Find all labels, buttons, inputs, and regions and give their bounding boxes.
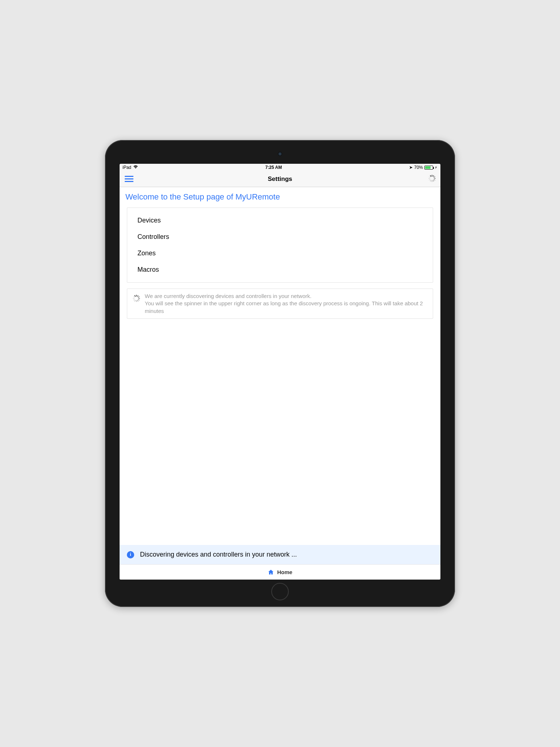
nav-bar: Settings — [120, 171, 440, 187]
device-camera — [278, 152, 282, 156]
status-time: 7:25 AM — [265, 165, 282, 170]
carrier-label: iPad — [122, 165, 131, 170]
status-right: ➤ 70% ⚡︎ — [409, 165, 438, 170]
discovery-info-text: We are currently discovering devices and… — [145, 293, 428, 315]
menu-item-devices[interactable]: Devices — [127, 212, 433, 229]
discovery-info-line1: We are currently discovering devices and… — [145, 293, 311, 299]
menu-item-macros[interactable]: Macros — [127, 262, 433, 278]
menu-item-controllers[interactable]: Controllers — [127, 229, 433, 245]
loading-spinner-icon — [428, 175, 435, 183]
info-icon: i — [127, 551, 134, 558]
device-home-button[interactable] — [271, 583, 289, 600]
battery-percent: 70% — [414, 165, 423, 170]
tab-home[interactable]: Home — [277, 569, 292, 575]
welcome-title: Welcome to the Setup page of MyURemote — [120, 187, 440, 205]
home-icon[interactable] — [268, 569, 274, 576]
wifi-icon — [133, 165, 138, 170]
discovery-info-line2: You will see the spinner in the upper ri… — [145, 300, 423, 314]
discovery-info-card: We are currently discovering devices and… — [127, 289, 433, 319]
status-banner-text: Discovering devices and controllers in y… — [140, 551, 297, 558]
loading-spinner-icon — [132, 295, 140, 302]
spacer — [120, 322, 440, 545]
status-left: iPad — [122, 165, 138, 170]
tab-bar: Home — [120, 564, 440, 580]
screen: iPad 7:25 AM ➤ 70% ⚡︎ Settings — [120, 164, 440, 580]
menu-button[interactable] — [125, 176, 133, 182]
content-area: Welcome to the Setup page of MyURemote D… — [120, 187, 440, 580]
ipad-frame: iPad 7:25 AM ➤ 70% ⚡︎ Settings — [105, 140, 455, 607]
location-icon: ➤ — [409, 165, 413, 170]
setup-menu: Devices Controllers Zones Macros — [127, 208, 433, 283]
status-banner: i Discovering devices and controllers in… — [120, 545, 440, 564]
status-bar: iPad 7:25 AM ➤ 70% ⚡︎ — [120, 164, 440, 171]
menu-item-zones[interactable]: Zones — [127, 245, 433, 262]
nav-title: Settings — [268, 175, 292, 183]
charging-icon: ⚡︎ — [435, 165, 438, 170]
battery-icon — [424, 166, 433, 170]
